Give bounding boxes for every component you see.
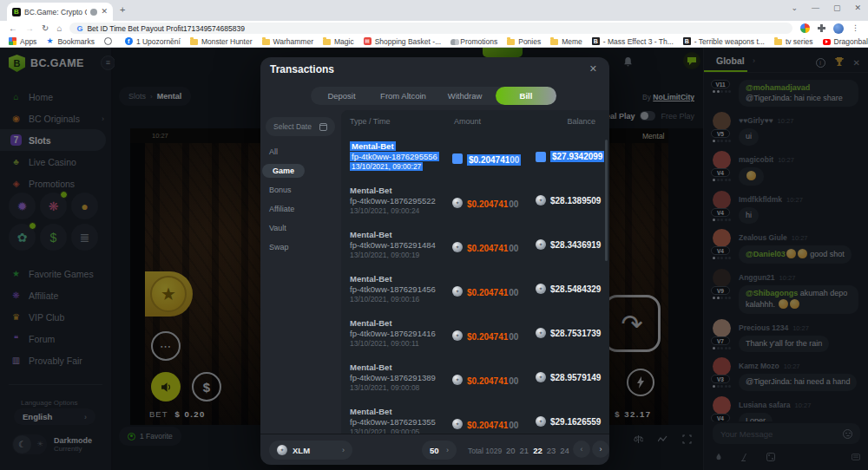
address-bar[interactable]: G Bet ID Time Bet Payout Profit171349574… <box>69 23 792 34</box>
transaction-rows: Mental-Bet fp-4tk0ww-1876295556 13/10/20… <box>341 138 609 434</box>
pin-icon <box>90 9 97 16</box>
table-row[interactable]: Mental-Bet fp-4tk0ww-1876291416 13/10/20… <box>341 315 609 359</box>
table-row[interactable]: Mental-Bet fp-4tk0ww-1876291389 13/10/20… <box>341 359 609 403</box>
window-maximize-icon[interactable] <box>833 4 841 12</box>
prev-page-button[interactable]: ‹ <box>573 441 590 458</box>
bookmark-item[interactable] <box>104 37 115 45</box>
bookmarks-bar: Apps Bookmarks 1 Upozornění <box>0 36 868 48</box>
window-minimize-icon[interactable] <box>812 4 819 12</box>
transaction-tab[interactable]: From Altcoin <box>372 91 434 101</box>
page-number[interactable]: 22 <box>533 446 542 455</box>
select-date-button[interactable]: Select Date <box>266 117 335 136</box>
transaction-balance: $28.1389509 <box>536 195 598 206</box>
currency-value: XLM <box>293 446 337 455</box>
transaction-balance: $27.9342099 <box>536 151 598 162</box>
bookmark-item[interactable]: Ponies <box>507 37 541 46</box>
star-icon <box>46 37 54 45</box>
window-dropdown-icon[interactable] <box>791 4 798 12</box>
xlm-coin-icon <box>536 284 546 294</box>
table-row[interactable]: Mental-Bet fp-4tk0ww-1876291484 13/10/20… <box>341 226 609 271</box>
extensions-puzzle-icon[interactable] <box>818 24 825 32</box>
forward-button[interactable] <box>25 23 34 33</box>
transaction-id: fp-4tk0ww-1876291484 <box>350 240 436 250</box>
transaction-date: 13/10/2021, 09:00:24 <box>350 206 419 215</box>
tab-close-icon[interactable] <box>101 8 108 16</box>
xlm-coin-icon <box>536 152 546 162</box>
bookmark-item[interactable]: 1 Upozornění <box>125 37 181 46</box>
browser-tab[interactable]: BC.Game: Crypto Casino Ga... <box>7 3 113 21</box>
transaction-date: 13/10/2021, 09:00:27 <box>350 162 423 171</box>
home-button[interactable] <box>56 23 62 33</box>
page-number[interactable]: 23 <box>547 446 556 455</box>
filter-item[interactable]: Vault <box>260 219 340 238</box>
table-scrollbar[interactable] <box>605 140 608 261</box>
filter-item[interactable]: All <box>260 142 340 161</box>
bookmark-item[interactable]: Monster Hunter <box>190 37 253 46</box>
table-row[interactable]: Mental-Bet fp-4tk0ww-1876295556 13/10/20… <box>341 138 609 182</box>
next-page-button[interactable]: › <box>592 441 609 458</box>
filter-label: Swap <box>269 240 289 254</box>
back-button[interactable] <box>9 23 17 33</box>
transaction-id: fp-4tk0ww-1876291355 <box>350 417 436 427</box>
filter-label: Game <box>262 164 305 178</box>
profile-avatar[interactable] <box>833 23 844 34</box>
bookmark-item[interactable]: Bookmarks <box>46 37 95 46</box>
xlm-coin-icon <box>452 286 463 297</box>
bookmark-item[interactable]: Meme <box>550 37 582 46</box>
transaction-type: Mental-Bet <box>350 186 392 195</box>
page-number[interactable]: 24 <box>560 446 569 455</box>
bookmark-item[interactable]: tv series <box>774 37 813 46</box>
filter-item[interactable]: Bonus <box>260 180 340 199</box>
transaction-date: 13/10/2021, 09:00:05 <box>350 428 419 434</box>
youtube-icon <box>823 39 831 45</box>
xlm-coin-icon <box>277 445 287 455</box>
modal-title: Transactions <box>270 63 334 75</box>
page-number[interactable]: 20 <box>506 446 516 455</box>
table-row[interactable]: Mental-Bet fp-4tk0ww-1876291456 13/10/20… <box>341 271 609 315</box>
bookmark-item[interactable]: Promotions <box>450 37 497 46</box>
modal-footer: XLM › 50 › Total 1029 20 21 22 23 24 <box>260 434 609 465</box>
page-size-select[interactable]: 50 › <box>422 441 457 460</box>
transaction-tab[interactable]: Bill <box>496 87 556 105</box>
currency-select[interactable]: XLM › <box>269 441 352 460</box>
bsite-icon <box>683 37 691 45</box>
transaction-amount: $0.20474100 <box>452 239 518 255</box>
chevron-right-icon: › <box>342 446 345 454</box>
bookmark-label: Warhammer <box>273 37 313 46</box>
table-row[interactable]: Mental-Bet fp-4tk0ww-1876295522 13/10/20… <box>341 182 609 226</box>
filter-item[interactable]: Swap <box>260 238 340 257</box>
browser-menu-icon[interactable] <box>852 24 859 32</box>
extension-icon[interactable] <box>800 23 810 33</box>
folder-icon <box>190 39 198 45</box>
bookmark-item[interactable]: - Mass Effect 3 - Th... <box>592 37 674 46</box>
window-controls <box>791 4 861 12</box>
transaction-amount: $0.20474100 <box>452 372 518 388</box>
transaction-id: fp-4tk0ww-1876291416 <box>350 329 436 338</box>
filter-item[interactable]: Game <box>260 161 340 180</box>
bookmark-item[interactable]: Warhammer <box>262 37 313 46</box>
reload-button[interactable] <box>42 23 49 33</box>
xlm-coin-icon <box>536 328 546 338</box>
google-icon: G <box>76 24 82 33</box>
modal-close-icon[interactable]: ✕ <box>589 63 597 75</box>
transaction-tab[interactable]: Withdraw <box>434 91 496 101</box>
bookmark-item[interactable]: Shopping Basket -... <box>364 37 442 46</box>
transaction-date: 13/10/2021, 09:00:16 <box>350 295 419 304</box>
page-number[interactable]: 21 <box>520 446 529 455</box>
transaction-balance: $28.9579149 <box>536 372 598 382</box>
table-row[interactable]: Mental-Bet fp-4tk0ww-1876291355 13/10/20… <box>341 403 609 434</box>
bookmark-item[interactable]: Magic <box>323 37 354 46</box>
bookmark-item[interactable]: Apps <box>9 37 36 46</box>
bookmark-label: Meme <box>562 37 582 46</box>
xlm-coin-icon <box>536 372 546 382</box>
transaction-type: Mental-Bet <box>350 318 392 328</box>
transaction-tab[interactable]: Deposit <box>311 91 372 101</box>
transaction-type: Mental-Bet <box>350 362 392 372</box>
folder-icon <box>507 39 515 45</box>
window-close-icon[interactable] <box>854 4 861 12</box>
bookmark-item[interactable]: Dragonball Z: Battle... <box>823 37 868 46</box>
bookmark-item[interactable]: - Terrible weapons t... <box>683 37 765 46</box>
filter-item[interactable]: Affiliate <box>260 199 340 219</box>
folder-icon <box>774 39 782 45</box>
new-tab-button[interactable] <box>120 5 125 15</box>
